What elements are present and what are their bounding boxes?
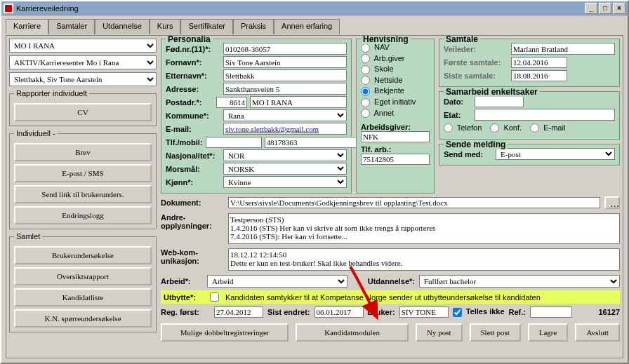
avslutt-button[interactable]: Avslutt — [575, 323, 620, 342]
ref-field[interactable] — [530, 306, 572, 318]
center-select[interactable]: AKTIV/Karrieresenter Mo i Rana — [9, 55, 157, 69]
group-individuell: Individuell - Brev E-post / SMS Send lin… — [9, 129, 157, 229]
samarbeid-dato-field[interactable] — [475, 96, 524, 107]
brukerundersokelse-button[interactable]: Brukerundersøkelse — [14, 246, 152, 264]
morsmal-select[interactable]: NORSK — [223, 163, 347, 175]
group-rapporter-title: Rapporter individuelt — [14, 89, 89, 97]
tab-kurs[interactable]: Kurs — [150, 19, 181, 34]
radio-nettside[interactable]: Nettside — [361, 75, 430, 86]
adresse-field[interactable] — [223, 83, 347, 95]
veileder-field[interactable] — [511, 43, 615, 55]
dokument-field[interactable] — [228, 197, 600, 208]
henvisning-panel: Henvisning NAV Arb.giver Skole Nettside … — [356, 39, 435, 194]
siste-field[interactable] — [511, 70, 567, 81]
poststed-field[interactable] — [250, 96, 347, 108]
tab-utdannelse[interactable]: Utdannelse — [95, 19, 150, 34]
sendmed-select[interactable]: E-post — [496, 148, 615, 160]
minimize-button[interactable]: _ — [585, 3, 597, 14]
email-label: E-mail: — [166, 125, 220, 133]
henvisning-title: Henvisning — [361, 35, 411, 44]
sendmed-label: Send med: — [444, 150, 493, 159]
radio-telefon[interactable]: Telefon — [444, 123, 482, 133]
telles-checkbox-label[interactable]: Telles ikke — [453, 307, 505, 317]
tlf1-field[interactable] — [206, 137, 262, 148]
forste-field[interactable] — [511, 57, 567, 68]
telles-checkbox[interactable] — [453, 308, 462, 317]
etternavn-field[interactable] — [223, 69, 347, 81]
sistendret-field[interactable] — [314, 306, 364, 318]
dobbeltreg-button[interactable]: Mulige dobbeltregistreringer — [161, 323, 289, 342]
cv-button[interactable]: CV — [14, 103, 152, 121]
app-icon — [4, 4, 13, 13]
sende-panel: Sende melding Send med:E-post — [439, 144, 620, 166]
titlebar: Karriereveiledning _ □ × — [1, 1, 628, 15]
samtale-panel: Samtale Veileder: Første samtale: Siste … — [439, 39, 620, 87]
arbeid-select[interactable]: Arbeid — [207, 275, 347, 288]
nasj-select[interactable]: NOR — [223, 149, 347, 161]
radio-annet[interactable]: Annet — [361, 108, 430, 119]
person-select[interactable]: Slettbakk, Siv Tone Aarstein — [9, 72, 157, 86]
slettpost-button[interactable]: Slett post — [470, 323, 521, 342]
arbeidsgiver-field[interactable] — [361, 131, 430, 142]
kandidatliste-button[interactable]: Kandidatliste — [14, 288, 152, 306]
fodnr-label: Fød.nr.(11)*: — [166, 45, 220, 53]
group-rapporter: Rapporter individuelt CV — [9, 89, 157, 126]
andre-textarea[interactable] — [228, 213, 620, 244]
bruker-field[interactable] — [399, 306, 449, 318]
webkom-label: Web-kom- unikasjon: — [161, 248, 224, 265]
maximize-button[interactable]: □ — [599, 3, 611, 14]
radio-konf[interactable]: Konf. — [490, 123, 522, 133]
dokument-label: Dokument: — [161, 198, 224, 207]
tab-karriere[interactable]: Karriere — [6, 19, 48, 34]
tab-annen[interactable]: Annen erfaring — [274, 19, 340, 34]
samarbeid-etat-field[interactable] — [475, 109, 615, 121]
tlfarb-field[interactable] — [361, 154, 430, 165]
postnr-field[interactable] — [216, 97, 247, 108]
arbeid-label: Arbeid*: — [161, 277, 203, 285]
window-title: Karriereveiledning — [16, 4, 79, 13]
radio-egetinitiativ[interactable]: Eget initiativ — [361, 97, 430, 108]
kommune-select[interactable]: Rana — [223, 109, 347, 121]
samarbeid-panel: Samarbeid enkeltsaker Dato: Etat: Telefo… — [439, 91, 620, 140]
region-select[interactable]: MO I RANA — [9, 39, 157, 53]
brev-button[interactable]: Brev — [14, 143, 152, 161]
regforst-field[interactable] — [214, 306, 263, 318]
epost-sms-button[interactable]: E-post / SMS — [14, 164, 152, 182]
email-field[interactable] — [223, 123, 347, 135]
kandidatmodulen-button[interactable]: Kandidatmodulen — [296, 323, 409, 342]
tlf2-field[interactable] — [265, 137, 362, 148]
postadr-label: Postadr.*: — [166, 98, 213, 107]
sistendret-label: Sist endret: — [267, 308, 310, 316]
tab-praksis[interactable]: Praksis — [233, 19, 274, 34]
kjonn-select[interactable]: Kvinne — [223, 176, 347, 188]
samarbeid-title: Samarbeid enkeltsaker — [444, 87, 540, 97]
webkom-textarea[interactable] — [228, 248, 620, 271]
tlf-label: Tlf./mobil: — [166, 138, 203, 147]
close-button[interactable]: × — [613, 3, 625, 14]
morsmal-label: Morsmål: — [166, 165, 220, 173]
lagre-button[interactable]: Lagre — [528, 323, 569, 342]
fodnr-field[interactable] — [223, 43, 347, 55]
adresse-label: Adresse: — [166, 85, 220, 93]
send-link-button[interactable]: Send link til brukerunders. — [14, 185, 152, 203]
fornavn-label: Fornavn*: — [166, 58, 220, 67]
tab-samtaler[interactable]: Samtaler — [48, 19, 95, 34]
utdannelse-select[interactable]: Fullført bachelor — [419, 275, 620, 288]
oversiktsrapport-button[interactable]: Oversiktsrapport — [14, 267, 152, 285]
endringslogg-button[interactable]: Endringslogg — [14, 206, 152, 224]
samarbeid-etat-label: Etat: — [444, 111, 472, 119]
ref-label: Ref.: — [509, 308, 526, 316]
kn-sporreundersokelse-button[interactable]: K.N. spørreundersøkelse — [14, 309, 152, 328]
utbytte-checkbox[interactable] — [210, 292, 219, 302]
radio-bekjente[interactable]: Bekjente — [361, 86, 430, 97]
regforst-label: Reg. først: — [161, 308, 210, 316]
dokument-browse-button[interactable]: … — [604, 196, 620, 209]
radio-skole[interactable]: Skole — [361, 64, 430, 75]
nypost-button[interactable]: Ny post — [416, 323, 463, 342]
fornavn-field[interactable] — [223, 56, 347, 68]
radio-email[interactable]: E-mail — [530, 123, 565, 133]
group-individuell-title: Individuell - — [14, 129, 58, 137]
radio-arbgiver[interactable]: Arb.giver — [361, 53, 430, 65]
tab-sertifikater[interactable]: Sertifikater — [180, 19, 233, 34]
kommune-label: Kommune*: — [166, 112, 220, 120]
